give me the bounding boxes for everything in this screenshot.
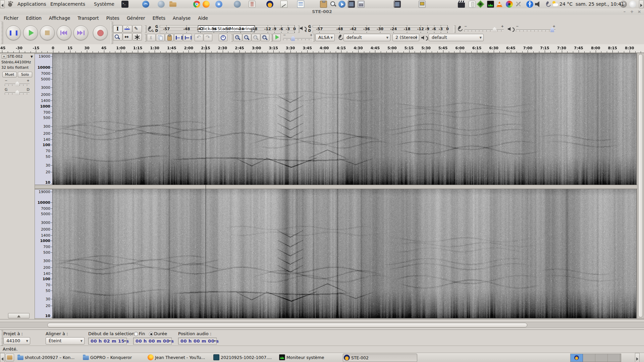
workspace-2[interactable]: [583, 354, 595, 362]
toolbar-grip[interactable]: [313, 34, 315, 42]
record-button[interactable]: [93, 25, 108, 40]
slider-thumb[interactable]: [15, 90, 19, 95]
playback-volume-slider[interactable]: − +: [516, 26, 555, 33]
folder-launcher-icon[interactable]: [169, 1, 176, 8]
play-button[interactable]: [23, 25, 38, 40]
switch-tray-icon[interactable]: [469, 1, 476, 8]
toolbar-grip[interactable]: [1, 330, 3, 346]
mute-button[interactable]: Muet: [2, 72, 17, 77]
zoom-out-button[interactable]: −: [243, 34, 251, 41]
playback-meter-dropdown-icon[interactable]: ▾: [305, 30, 307, 33]
trim-audio-button[interactable]: [174, 34, 183, 41]
task-ste-002[interactable]: STE-002: [343, 354, 417, 362]
toolbar-grip[interactable]: [1, 22, 3, 44]
slider-thumb[interactable]: [15, 81, 19, 86]
timeshift-tool-button[interactable]: [123, 33, 132, 41]
taskbar-arrow-right[interactable]: [635, 353, 640, 362]
player-launcher-icon[interactable]: [338, 1, 345, 8]
playback-speed-slider[interactable]: − +: [283, 35, 313, 42]
chromium-launcher-icon[interactable]: [215, 1, 222, 8]
draw-tool-button[interactable]: [132, 25, 142, 33]
menu-generer[interactable]: Générer: [123, 15, 149, 21]
weather-tray-icon[interactable]: [552, 1, 559, 8]
vertical-scrollbar-thumb[interactable]: [638, 54, 643, 317]
track-collapse-button[interactable]: [8, 313, 30, 318]
document-launcher-icon[interactable]: [297, 1, 304, 8]
zoom-to-selection-button[interactable]: ↔: [252, 34, 260, 41]
paste-button[interactable]: [165, 34, 174, 41]
output-device-select[interactable]: default: [429, 34, 484, 41]
access-tray-icon[interactable]: [526, 1, 533, 8]
magnifier-launcher-icon[interactable]: [330, 1, 337, 8]
zoom-tool-button[interactable]: [113, 33, 122, 41]
spectrogram-left-channel[interactable]: [53, 54, 636, 185]
track-close-button[interactable]: ✕: [2, 54, 6, 59]
sync-lock-button[interactable]: [219, 34, 227, 41]
workspace-switcher[interactable]: [570, 354, 621, 362]
input-device-select[interactable]: default: [343, 34, 390, 41]
selection-length-field[interactable]: 00 h 00 m 00 s: [133, 338, 172, 345]
taskbar-hide-button[interactable]: [0, 353, 5, 362]
volume-tray-icon[interactable]: [535, 1, 542, 8]
menu-emplacements[interactable]: Emplacements: [48, 0, 88, 8]
task-moniteur-syst-me[interactable]: Moniteur système: [278, 354, 349, 361]
editor-launcher-icon[interactable]: [280, 1, 287, 8]
selection-length-radio[interactable]: [149, 332, 153, 336]
cut-button[interactable]: [147, 34, 156, 41]
play-at-speed-button[interactable]: [273, 34, 281, 41]
record-meter-mic-icon[interactable]: [146, 26, 153, 33]
slider-thumb[interactable]: [291, 36, 295, 41]
spectrogram-right-channel[interactable]: [53, 189, 636, 318]
maximize-button[interactable]: +: [629, 9, 635, 14]
skip-to-end-button[interactable]: [73, 25, 88, 40]
menu-effets[interactable]: Effets: [149, 15, 169, 21]
close-button[interactable]: ×: [636, 9, 643, 14]
vertical-scrollbar[interactable]: [637, 53, 644, 318]
input-channels-select[interactable]: 2 (Stereo): [392, 34, 419, 41]
menu-analyse[interactable]: Analyse: [169, 15, 194, 21]
undo-button[interactable]: [195, 34, 203, 41]
redo-button[interactable]: [204, 34, 212, 41]
panel-hide-right-button[interactable]: [639, 0, 644, 8]
clapper-tray-icon[interactable]: [458, 1, 465, 8]
task-shotcut-200927-kon[interactable]: shotcut-200927 – Kon...: [17, 354, 87, 361]
toolbar-grip[interactable]: [111, 22, 113, 44]
mic-tray-icon[interactable]: [544, 1, 551, 8]
audio-host-select[interactable]: ALSA: [315, 34, 335, 41]
horizontal-scrollbar[interactable]: [0, 322, 644, 328]
copy-button[interactable]: [156, 34, 165, 41]
menu-pistes[interactable]: Pistes: [103, 15, 123, 21]
selection-end-radio[interactable]: [134, 332, 138, 336]
task-gopro-konqueror[interactable]: GOPRO – Konqueror: [82, 354, 153, 361]
stop-button[interactable]: [40, 25, 55, 40]
skip-to-start-button[interactable]: [57, 25, 71, 40]
menu-fichier[interactable]: Fichier: [0, 15, 22, 21]
frequency-ruler-left-channel[interactable]: 1900010000700050003000200014001000700500…: [35, 54, 53, 185]
solo-button[interactable]: Solo: [18, 72, 32, 77]
colorwheel-tray-icon[interactable]: [506, 1, 513, 8]
track-gain-slider[interactable]: − +: [5, 81, 30, 87]
moon-tray-icon[interactable]: [629, 1, 636, 8]
terminal-launcher-icon[interactable]: [121, 1, 128, 8]
panel-hide-left-button[interactable]: [0, 0, 5, 8]
selection-length-radio-label[interactable]: Durée: [154, 331, 167, 336]
snap-to-select[interactable]: Éteint: [46, 337, 85, 345]
task-20210925-1002-1007[interactable]: 20210925-1002-1007....: [213, 354, 283, 361]
frequency-ruler-right-channel[interactable]: 1900010000700050003000200014001000700500…: [35, 189, 53, 318]
show-desktop-button[interactable]: [5, 354, 14, 361]
toolbar-grip[interactable]: [144, 34, 147, 42]
playback-meter[interactable]: ▾ GD -57-48-42-36-30-24-18-12-9-6-30: [297, 25, 449, 33]
envelope-tool-button[interactable]: [123, 25, 132, 33]
pause-button[interactable]: [6, 25, 21, 40]
horizontal-scrollbar-thumb[interactable]: [47, 323, 527, 327]
globe-launcher-icon[interactable]: [158, 1, 165, 8]
toolbar-grip[interactable]: [453, 25, 456, 33]
tools-tray-icon[interactable]: [515, 1, 522, 8]
minimize-button[interactable]: –: [621, 9, 628, 14]
slider-thumb[interactable]: [493, 27, 496, 32]
zoom-in-button[interactable]: +: [233, 34, 242, 41]
menu-transport[interactable]: Transport: [74, 15, 102, 21]
record-meter-dropdown-icon[interactable]: ▾: [152, 30, 154, 33]
recording-meter[interactable]: ▾ GD Click to Start Monitoring -57-48-42…: [144, 25, 296, 33]
clipboard-launcher-icon[interactable]: [320, 1, 327, 8]
